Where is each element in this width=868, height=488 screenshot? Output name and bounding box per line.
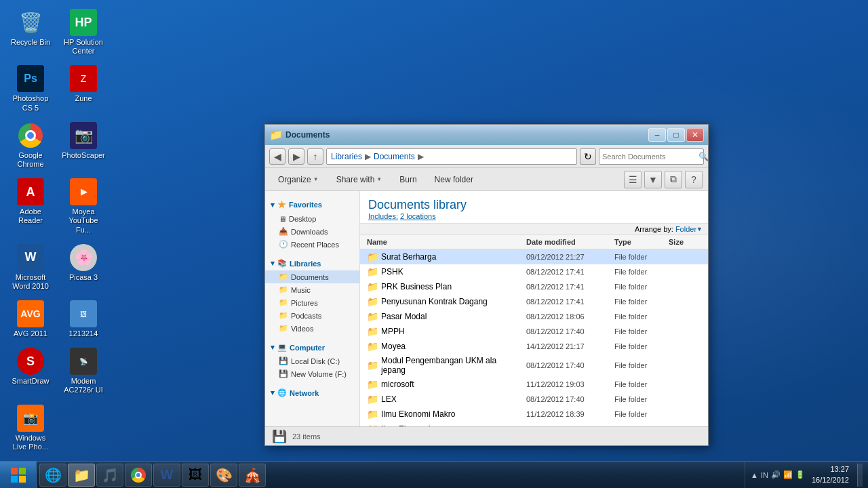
file-row[interactable]: 📁 Pasar Modal 08/12/2012 18:06 File fold… [360,309,708,324]
file-date: 08/12/2012 18:06 [522,311,610,322]
view-button[interactable]: ☰ [624,171,642,188]
sidebar-item-local-disk-c[interactable]: 💾 Local Disk (C:) [265,354,359,367]
library-locations-link[interactable]: 2 locations [400,212,436,220]
file-row[interactable]: 📁 MPPH 08/12/2012 17:40 File folder [360,324,708,339]
moyea-icon[interactable]: ▶ Moyea YouTube Fu... [60,176,107,237]
clock-time: 13:27 [812,464,849,474]
share-with-button[interactable]: Share with ▼ [329,171,390,188]
taskbar-media-player[interactable]: 🎵 [96,464,123,487]
minimize-button[interactable]: – [648,128,666,142]
avg-icon[interactable]: AVG AVG 2011 [7,298,54,340]
adobe-reader-icon[interactable]: A Adobe Reader [7,176,54,237]
google-chrome-icon[interactable]: Google Chrome [7,120,54,171]
file-row[interactable]: 📁 Ilmu Ekonomi 11/12/2012 18:40 File fol… [360,422,708,426]
preview-pane-button[interactable]: ⧉ [665,171,682,188]
taskbar-word[interactable]: W [153,464,180,487]
sidebar-item-videos[interactable]: 📁 Videos [265,322,359,335]
organize-button[interactable]: Organize ▼ [271,171,326,188]
explorer-window: 📁 Documents – □ ✕ ◀ ▶ ↑ Libraries ▶ Docu… [264,124,709,446]
sidebar-item-desktop[interactable]: 🖥 Desktop [265,213,359,225]
1213214-icon[interactable]: 🖼 1213214 [60,298,107,340]
view-options-button[interactable]: ▼ [644,171,662,188]
new-folder-button[interactable]: New folder [427,171,481,188]
file-row[interactable]: 📁 Ilmu Ekonomi Makro 11/12/2012 18:39 Fi… [360,407,708,422]
taskbar-app6[interactable]: 🎨 [210,464,237,487]
col-header-date[interactable]: Date modified [522,237,610,247]
col-header-name[interactable]: Name [363,237,522,247]
start-button[interactable] [0,462,37,489]
taskbar-chrome[interactable] [125,464,152,487]
file-row[interactable]: 📁 Moyea 14/12/2012 21:17 File folder [360,339,708,354]
sidebar-item-music[interactable]: 📁 Music [265,283,359,296]
forward-button[interactable]: ▶ [288,148,304,165]
zune-icon[interactable]: Z Zune [60,63,107,114]
sidebar-item-documents[interactable]: 📁 Documents [265,270,359,283]
taskbar-photoshop[interactable]: 🖼 [182,464,209,487]
file-row[interactable]: 📁 Modul Pengembangan UKM ala jepang 08/1… [360,354,708,377]
file-row[interactable]: 📁 Surat Berharga 09/12/2012 21:27 File f… [360,249,708,264]
sidebar-item-new-volume-f[interactable]: 💾 New Volume (F:) [265,367,359,380]
close-button[interactable]: ✕ [686,128,704,142]
network-header[interactable]: ▾ 🌐 Network [265,386,359,400]
libraries-header[interactable]: ▾ 📚 Libraries [265,256,359,270]
file-row[interactable]: 📁 Penyusunan Kontrak Dagang 08/12/2012 1… [360,294,708,309]
recycle-bin-icon[interactable]: 🗑️ Recycle Bin [7,7,54,58]
sidebar-item-pictures[interactable]: 📁 Pictures [265,296,359,309]
item-count: 23 items [292,432,321,441]
arrange-by-chevron[interactable]: ▼ [696,226,703,232]
folder-icon: 📁 [367,341,378,352]
hp-solution-icon[interactable]: HP HP Solution Center [60,7,107,58]
favorites-header[interactable]: ▾ ★ Favorites [265,197,359,213]
address-bar[interactable]: Libraries ▶ Documents ▶ [326,148,577,165]
search-input[interactable] [602,152,696,161]
picasa-icon[interactable]: 🌸 Picasa 3 [60,242,107,293]
live-photo-icon[interactable]: 📸 Windows Live Pho... [7,403,54,453]
file-row[interactable]: 📁 PRK Business Plan 08/12/2012 17:41 Fil… [360,279,708,294]
photoshop-icon[interactable]: Ps Photoshop CS 5 [7,63,54,114]
sidebar-item-recent-places[interactable]: 🕐 Recent Places [265,238,359,251]
ms-word-icon[interactable]: W Microsoft Word 2010 [7,242,54,293]
sidebar-item-podcasts[interactable]: 📁 Podcasts [265,309,359,322]
folder-icon: 📁 [279,285,288,294]
file-row[interactable]: 📁 PSHK 08/12/2012 17:41 File folder [360,264,708,279]
up-button[interactable]: ↑ [307,148,323,165]
refresh-button[interactable]: ↻ [580,148,596,165]
breadcrumb-documents[interactable]: Documents [374,152,415,161]
back-button[interactable]: ◀ [269,148,285,165]
clock[interactable]: 13:27 16/12/2012 [808,464,853,485]
taskbar-app7[interactable]: 🎪 [239,464,266,487]
maximize-button[interactable]: □ [667,128,685,142]
tray-expand[interactable]: ▲ [751,471,758,479]
photoscaper-icon[interactable]: 📷 PhotoScaper [60,120,107,171]
taskbar-file-explorer[interactable]: 📁 [68,464,95,487]
search-bar[interactable]: 🔍 [599,148,704,165]
folder-icon: 📁 [367,379,378,390]
file-date: 08/12/2012 17:41 [522,296,610,307]
file-row[interactable]: 📁 LEX 08/12/2012 17:40 File folder [360,392,708,407]
file-row[interactable]: 📁 microsoft 11/12/2012 19:03 File folder [360,377,708,392]
breadcrumb-libraries[interactable]: Libraries [331,152,362,161]
search-icon[interactable]: 🔍 [698,152,709,161]
file-name: 📁 PSHK [363,265,522,279]
sidebar-item-downloads[interactable]: 📥 Downloads [265,225,359,238]
file-size [665,383,705,386]
folder-icon: 📁 [367,394,378,405]
tray-network[interactable]: 📶 [783,470,793,479]
tray-sound[interactable]: 🔊 [771,470,781,479]
taskbar-ie[interactable]: 🌐 [39,464,66,487]
burn-button[interactable]: Burn [392,171,424,188]
arrange-by-value[interactable]: Folder [675,225,696,233]
help-button[interactable]: ? [685,171,703,188]
file-name: 📁 Modul Pengembangan UKM ala jepang [363,354,522,376]
file-type: File folder [610,311,665,322]
modem-icon[interactable]: 📡 Modem AC2726r UI [60,346,107,396]
show-desktop-button[interactable] [857,464,863,487]
file-name: 📁 MPPH [363,325,522,338]
smartdraw-icon[interactable]: S SmartDraw [7,346,54,396]
drive-icon: 💾 [279,357,288,365]
col-header-size[interactable]: Size [665,237,705,247]
col-header-type[interactable]: Type [610,237,665,247]
file-date: 08/12/2012 17:41 [522,281,610,292]
tray-battery[interactable]: 🔋 [795,470,805,479]
computer-header[interactable]: ▾ 💻 Computer [265,340,359,354]
